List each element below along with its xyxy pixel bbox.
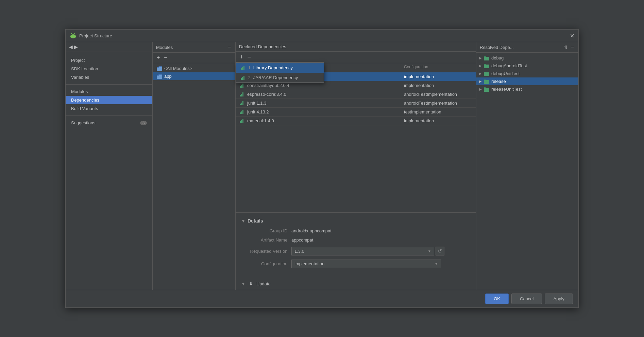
android-icon [70,32,77,39]
declared-panel-inner: appcompat:1.3.0 implementation constrain… [236,71,476,290]
declared-panel-header: Declared Dependencies [236,42,476,52]
modules-panel-header: Modules − [153,42,235,53]
module-all-modules[interactable]: <All Modules> [153,65,235,72]
dep-config: testImplementation [404,109,472,114]
svg-point-3 [74,36,74,36]
title-bar: Project Structure ✕ [66,30,578,42]
dropdown-jaraar-label: JAR/AAR Dependency [253,75,298,80]
dialog-title: Project Structure [79,33,112,38]
resolved-item-label: debugAndroidTest [491,63,527,68]
add-dependency-dropdown: 1 Library Dependency 2 JAR/AAR Dependenc… [236,63,324,83]
update-icon-btn[interactable]: ⬇ [248,280,254,287]
svg-line-5 [74,33,75,34]
dep-name: espresso-core:3.4.0 [247,92,401,97]
dep-bar-icon [240,110,244,114]
details-group-id-value: androidx.appcompat [291,228,332,233]
dep-config: implementation [404,83,472,88]
resolved-item-label: debugUnitTest [491,71,520,76]
resolved-debugandroidtest[interactable]: ▶ debugAndroidTest [476,62,578,70]
sidebar-item-label: Project [71,58,85,63]
modules-add-btn[interactable]: + [155,54,161,61]
svg-rect-14 [484,88,489,92]
dep-bar-icon [240,119,244,123]
modules-header-actions: − [227,44,232,50]
folder-icon [157,66,162,71]
svg-rect-7 [157,67,159,68]
sidebar-item-variables[interactable]: Variables [66,73,152,82]
config-dropdown-arrow: ▼ [435,262,438,266]
details-artifact-value: appcompat [291,237,313,243]
cancel-button[interactable]: Cancel [511,294,542,304]
module-all-modules-label: <All Modules> [164,66,192,71]
details-version-input: 1.3.0 ▼ ↺ [291,247,444,255]
dep-config: implementation [404,74,472,79]
resolved-debug[interactable]: ▶ debug [476,54,578,62]
forward-button[interactable]: ▶ [74,44,78,50]
dep-row-junit113[interactable]: junit:1.1.3 androidTestImplementation [236,99,476,108]
resolved-title: Resolved Depe... [480,45,514,50]
sidebar-item-label: Build Variants [71,106,98,111]
folder-icon-debug [484,56,489,60]
dropdown-item-number: 1 [248,66,251,70]
update-section: ▼ ⬇ Update [236,278,476,290]
expand-arrow: ▶ [479,79,482,83]
config-dropdown[interactable]: implementation ▼ [291,260,441,268]
sidebar-item-modules[interactable]: Modules [66,87,152,96]
resolved-releaseunittest[interactable]: ▶ releaseUnitTest [476,85,578,93]
folder-icon-release [484,79,489,84]
version-dropdown[interactable]: 1.3.0 ▼ [291,247,434,255]
dep-name: junit:4.13.2 [247,109,401,114]
update-collapse-arrow[interactable]: ▼ [241,281,245,286]
module-app[interactable]: app [153,72,235,80]
resolved-minimize-btn[interactable]: − [570,44,575,50]
sidebar-divider-2 [66,116,152,116]
dep-config: androidTestImplementation [404,92,472,97]
sidebar-item-label: Dependencies [71,97,99,103]
resolved-release[interactable]: ▶ release [476,77,578,85]
resolved-debugunittest[interactable]: ▶ debugUnitTest [476,70,578,77]
details-version-label: Requested Version: [241,249,289,254]
sidebar-nav: Project SDK Location Variables Modules D… [66,52,152,131]
declared-panel: Declared Dependencies + − 1 [236,42,476,290]
dep-table: appcompat:1.3.0 implementation constrain… [236,71,476,212]
dropdown-library-dep[interactable]: 1 Library Dependency [236,63,324,73]
version-dropdown-arrow: ▼ [428,249,431,253]
dep-row-junit4132[interactable]: junit:4.13.2 testImplementation [236,108,476,117]
dep-row-material[interactable]: material:1.4.0 implementation [236,117,476,125]
sidebar-item-suggestions[interactable]: Suggestions 3 [66,119,152,127]
resolved-item-label: debug [491,55,504,60]
details-collapse-arrow[interactable]: ▼ [241,218,245,224]
apply-button[interactable]: Apply [545,294,573,304]
sidebar-item-dependencies[interactable]: Dependencies [66,96,152,104]
ok-button[interactable]: OK [485,294,509,304]
dep-bar-icon [240,101,244,105]
close-button[interactable]: ✕ [570,33,574,39]
details-group-id-label: Group ID: [241,228,289,233]
details-artifact-row: Artifact Name: appcompat [241,237,471,243]
sidebar-item-sdk-location[interactable]: SDK Location [66,65,152,73]
dep-name: junit:1.1.3 [247,101,401,106]
sidebar-item-build-variants[interactable]: Build Variants [66,104,152,113]
svg-rect-9 [157,75,159,76]
expand-arrow: ▶ [479,87,482,91]
folder-icon-debugunittest [484,71,489,76]
declared-remove-btn[interactable]: − [246,53,253,61]
svg-line-4 [71,33,72,34]
suggestions-badge: 3 [140,121,147,125]
project-structure-dialog: Project Structure ✕ ◀ ▶ Project SDK Loca… [65,29,579,308]
resolved-settings-btn[interactable]: ⇅ [563,45,569,50]
modules-minimize-btn[interactable]: − [227,44,232,50]
dropdown-jaraar-dep[interactable]: 2 JAR/AAR Dependency [236,73,324,83]
modules-panel: Modules − + − [153,42,236,290]
declared-add-btn[interactable]: + [238,53,245,61]
back-button[interactable]: ◀ [69,44,73,50]
version-refresh-btn[interactable]: ↺ [436,247,444,255]
sidebar-item-label: Modules [71,89,88,94]
dep-row-espresso[interactable]: espresso-core:3.4.0 androidTestImplement… [236,90,476,99]
modules-remove-btn[interactable]: − [163,54,168,61]
dep-config: implementation [404,118,472,123]
svg-rect-10 [484,57,489,60]
sidebar-item-project[interactable]: Project [66,56,152,65]
details-version-row: Requested Version: 1.3.0 ▼ ↺ [241,247,471,255]
title-bar-left: Project Structure [70,32,112,39]
